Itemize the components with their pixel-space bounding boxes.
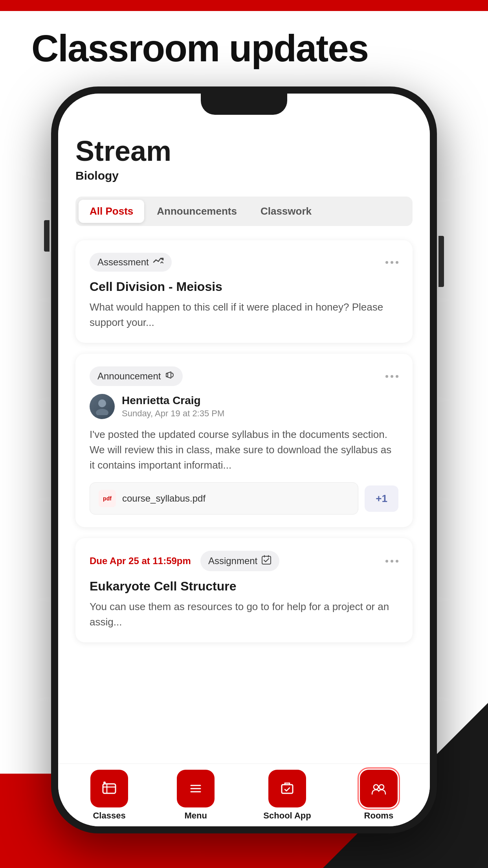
- avatar: [90, 394, 115, 419]
- tab-all-posts[interactable]: All Posts: [79, 200, 144, 223]
- nav-schoolapp[interactable]: School App: [263, 770, 311, 821]
- announcement-body: I've posted the updated course syllabus …: [90, 427, 398, 473]
- svg-rect-0: [166, 373, 168, 377]
- assignment-card-body: You can use them as resources to go to f…: [90, 599, 398, 630]
- page-title: Classroom updates: [31, 27, 368, 70]
- bottom-nav: Classes Menu: [58, 763, 430, 826]
- pdf-attachment[interactable]: pdf course_syllabus.pdf: [90, 482, 358, 515]
- nav-classes[interactable]: Classes: [90, 770, 128, 821]
- svg-rect-3: [262, 556, 271, 564]
- assignment-card-title: Eukaryote Cell Structure: [90, 579, 398, 594]
- assessment-icon: [153, 257, 164, 268]
- announcement-tag: Announcement: [90, 366, 183, 386]
- phone-screen: Stream Biology All Posts Announcements C…: [58, 94, 430, 826]
- classes-nav-label: Classes: [93, 811, 125, 821]
- pdf-filename: course_syllabus.pdf: [122, 493, 205, 504]
- menu-nav-label: Menu: [184, 811, 207, 821]
- phone-mockup: Stream Biology All Posts Announcements C…: [51, 86, 437, 826]
- schoolapp-nav-label: School App: [263, 811, 311, 821]
- stream-title: Stream: [75, 137, 413, 165]
- author-date: Sunday, Apr 19 at 2:35 PM: [122, 408, 224, 419]
- due-date: Due Apr 25 at 11:59pm: [90, 555, 191, 566]
- phone-frame: Stream Biology All Posts Announcements C…: [51, 86, 437, 833]
- tab-classwork[interactable]: Classwork: [250, 200, 323, 223]
- assignment-card[interactable]: Due Apr 25 at 11:59pm Assignment: [75, 538, 413, 642]
- announcement-card[interactable]: Announcement: [75, 354, 413, 527]
- author-name: Henrietta Craig: [122, 394, 224, 407]
- announcement-more-button[interactable]: [385, 375, 398, 378]
- assignment-icon: [261, 555, 272, 567]
- nav-rooms[interactable]: Rooms: [360, 770, 398, 821]
- svg-rect-4: [103, 784, 116, 793]
- classes-icon-box: [90, 770, 128, 807]
- assessment-card-title: Cell Division - Meiosis: [90, 280, 398, 294]
- svg-point-11: [379, 785, 384, 789]
- svg-point-5: [103, 782, 106, 784]
- assessment-tag-label: Assessment: [97, 257, 149, 268]
- tab-announcements[interactable]: Announcements: [146, 200, 248, 223]
- author-row: Henrietta Craig Sunday, Apr 19 at 2:35 P…: [90, 394, 398, 419]
- assessment-tag: Assessment: [90, 253, 172, 272]
- attachment-row: pdf course_syllabus.pdf +1: [90, 482, 398, 515]
- assessment-card[interactable]: Assessment: [75, 240, 413, 343]
- svg-point-2: [96, 409, 108, 415]
- rooms-icon-box: [360, 770, 398, 807]
- assignment-tag: Assignment: [200, 551, 279, 571]
- svg-rect-9: [282, 785, 293, 793]
- author-info: Henrietta Craig Sunday, Apr 19 at 2:35 P…: [122, 394, 224, 419]
- assessment-card-body: What would happen to this cell if it wer…: [90, 300, 398, 330]
- screen-content: Stream Biology All Posts Announcements C…: [58, 94, 430, 826]
- pdf-icon: pdf: [99, 490, 116, 507]
- schoolapp-icon-box: [268, 770, 306, 807]
- nav-menu[interactable]: Menu: [177, 770, 215, 821]
- rooms-nav-label: Rooms: [364, 811, 394, 821]
- top-red-bar: [0, 0, 488, 11]
- stream-subtitle: Biology: [75, 169, 413, 182]
- menu-icon-box: [177, 770, 215, 807]
- phone-notch: [201, 94, 287, 115]
- svg-point-10: [374, 785, 378, 789]
- announcement-tag-label: Announcement: [97, 371, 161, 382]
- screen-scroll: Stream Biology All Posts Announcements C…: [58, 121, 430, 763]
- assessment-more-button[interactable]: [385, 261, 398, 264]
- assignment-more-button[interactable]: [385, 560, 398, 563]
- svg-point-1: [98, 399, 106, 407]
- announcement-icon: [165, 370, 175, 382]
- attachment-extra[interactable]: +1: [365, 485, 398, 512]
- tabs-row: All Posts Announcements Classwork: [75, 197, 413, 226]
